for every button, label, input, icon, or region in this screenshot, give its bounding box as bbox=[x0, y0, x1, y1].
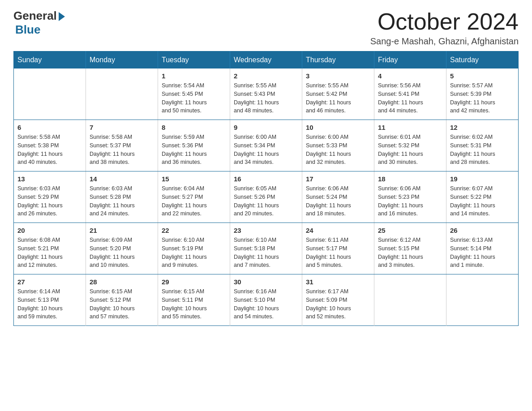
calendar-cell: 18Sunrise: 6:06 AM Sunset: 5:23 PM Dayli… bbox=[374, 171, 446, 223]
day-info: Sunrise: 6:09 AM Sunset: 5:20 PM Dayligh… bbox=[90, 236, 154, 270]
day-number: 24 bbox=[306, 227, 370, 234]
day-number: 23 bbox=[234, 227, 298, 234]
day-number: 30 bbox=[234, 278, 298, 286]
day-info: Sunrise: 5:54 AM Sunset: 5:45 PM Dayligh… bbox=[162, 81, 226, 115]
calendar-week-row: 1Sunrise: 5:54 AM Sunset: 5:45 PM Daylig… bbox=[14, 68, 519, 120]
day-info: Sunrise: 6:16 AM Sunset: 5:10 PM Dayligh… bbox=[234, 287, 298, 321]
calendar-cell bbox=[374, 274, 446, 326]
day-number: 5 bbox=[450, 72, 515, 80]
day-number: 20 bbox=[17, 227, 82, 234]
calendar-cell: 25Sunrise: 6:12 AM Sunset: 5:15 PM Dayli… bbox=[374, 223, 446, 274]
day-number: 15 bbox=[162, 175, 226, 183]
calendar-cell: 1Sunrise: 5:54 AM Sunset: 5:45 PM Daylig… bbox=[158, 68, 230, 120]
day-number: 29 bbox=[162, 278, 226, 286]
calendar-cell bbox=[86, 68, 158, 120]
day-info: Sunrise: 6:11 AM Sunset: 5:17 PM Dayligh… bbox=[306, 236, 370, 270]
calendar-cell: 6Sunrise: 5:58 AM Sunset: 5:38 PM Daylig… bbox=[14, 120, 86, 171]
day-info: Sunrise: 6:03 AM Sunset: 5:29 PM Dayligh… bbox=[17, 184, 82, 218]
day-info: Sunrise: 6:10 AM Sunset: 5:18 PM Dayligh… bbox=[234, 236, 298, 270]
calendar-cell: 30Sunrise: 6:16 AM Sunset: 5:10 PM Dayli… bbox=[230, 274, 302, 326]
calendar-cell: 13Sunrise: 6:03 AM Sunset: 5:29 PM Dayli… bbox=[14, 171, 86, 223]
day-number: 11 bbox=[378, 124, 442, 131]
day-number: 22 bbox=[162, 227, 226, 234]
calendar-week-row: 6Sunrise: 5:58 AM Sunset: 5:38 PM Daylig… bbox=[14, 120, 519, 171]
calendar-cell: 8Sunrise: 5:59 AM Sunset: 5:36 PM Daylig… bbox=[158, 120, 230, 171]
calendar-cell: 24Sunrise: 6:11 AM Sunset: 5:17 PM Dayli… bbox=[302, 223, 374, 274]
calendar-cell: 31Sunrise: 6:17 AM Sunset: 5:09 PM Dayli… bbox=[302, 274, 374, 326]
calendar-cell: 12Sunrise: 6:02 AM Sunset: 5:31 PM Dayli… bbox=[446, 120, 519, 171]
calendar-cell: 26Sunrise: 6:13 AM Sunset: 5:14 PM Dayli… bbox=[446, 223, 519, 274]
day-info: Sunrise: 5:58 AM Sunset: 5:37 PM Dayligh… bbox=[90, 133, 154, 167]
calendar-cell: 23Sunrise: 6:10 AM Sunset: 5:18 PM Dayli… bbox=[230, 223, 302, 274]
calendar-cell: 9Sunrise: 6:00 AM Sunset: 5:34 PM Daylig… bbox=[230, 120, 302, 171]
day-info: Sunrise: 6:04 AM Sunset: 5:27 PM Dayligh… bbox=[162, 184, 226, 218]
day-info: Sunrise: 6:01 AM Sunset: 5:32 PM Dayligh… bbox=[378, 133, 442, 167]
calendar-cell: 5Sunrise: 5:57 AM Sunset: 5:39 PM Daylig… bbox=[446, 68, 519, 120]
day-info: Sunrise: 6:07 AM Sunset: 5:22 PM Dayligh… bbox=[450, 184, 515, 218]
day-number: 10 bbox=[306, 124, 370, 131]
day-number: 25 bbox=[378, 227, 442, 234]
calendar-cell: 3Sunrise: 5:55 AM Sunset: 5:42 PM Daylig… bbox=[302, 68, 374, 120]
calendar-cell: 20Sunrise: 6:08 AM Sunset: 5:21 PM Dayli… bbox=[14, 223, 86, 274]
day-info: Sunrise: 6:12 AM Sunset: 5:15 PM Dayligh… bbox=[378, 236, 442, 270]
day-number: 28 bbox=[90, 278, 154, 286]
calendar-cell: 11Sunrise: 6:01 AM Sunset: 5:32 PM Dayli… bbox=[374, 120, 446, 171]
logo-blue-text: Blue bbox=[15, 23, 40, 37]
day-info: Sunrise: 6:02 AM Sunset: 5:31 PM Dayligh… bbox=[450, 133, 515, 167]
day-number: 12 bbox=[450, 124, 515, 131]
day-number: 27 bbox=[17, 278, 82, 286]
location-text: Sang-e Mashah, Ghazni, Afghanistan bbox=[370, 36, 519, 47]
day-info: Sunrise: 5:56 AM Sunset: 5:41 PM Dayligh… bbox=[378, 81, 442, 115]
month-title: October 2024 bbox=[370, 9, 519, 34]
day-number: 9 bbox=[234, 124, 298, 131]
day-info: Sunrise: 6:15 AM Sunset: 5:11 PM Dayligh… bbox=[162, 287, 226, 321]
day-number: 18 bbox=[378, 175, 442, 183]
calendar-cell: 27Sunrise: 6:14 AM Sunset: 5:13 PM Dayli… bbox=[14, 274, 86, 326]
day-info: Sunrise: 5:57 AM Sunset: 5:39 PM Dayligh… bbox=[450, 81, 515, 115]
day-number: 14 bbox=[90, 175, 154, 183]
page-header: General Blue October 2024 Sang-e Mashah,… bbox=[13, 9, 519, 47]
day-number: 26 bbox=[450, 227, 515, 234]
calendar-header-monday: Monday bbox=[86, 51, 158, 69]
calendar-cell: 28Sunrise: 6:15 AM Sunset: 5:12 PM Dayli… bbox=[86, 274, 158, 326]
logo-arrow-icon bbox=[59, 12, 65, 21]
calendar-header-sunday: Sunday bbox=[14, 51, 86, 69]
day-info: Sunrise: 6:17 AM Sunset: 5:09 PM Dayligh… bbox=[306, 287, 370, 321]
day-number: 16 bbox=[234, 175, 298, 183]
day-info: Sunrise: 6:15 AM Sunset: 5:12 PM Dayligh… bbox=[90, 287, 154, 321]
calendar-cell bbox=[14, 68, 86, 120]
calendar-header-row: SundayMondayTuesdayWednesdayThursdayFrid… bbox=[14, 51, 519, 69]
day-info: Sunrise: 6:00 AM Sunset: 5:34 PM Dayligh… bbox=[234, 133, 298, 167]
calendar-header-saturday: Saturday bbox=[446, 51, 519, 69]
day-info: Sunrise: 5:58 AM Sunset: 5:38 PM Dayligh… bbox=[17, 133, 82, 167]
day-info: Sunrise: 5:55 AM Sunset: 5:43 PM Dayligh… bbox=[234, 81, 298, 115]
day-info: Sunrise: 6:03 AM Sunset: 5:28 PM Dayligh… bbox=[90, 184, 154, 218]
day-number: 17 bbox=[306, 175, 370, 183]
day-info: Sunrise: 6:06 AM Sunset: 5:23 PM Dayligh… bbox=[378, 184, 442, 218]
calendar-header-tuesday: Tuesday bbox=[158, 51, 230, 69]
day-number: 13 bbox=[17, 175, 82, 183]
calendar-header-wednesday: Wednesday bbox=[230, 51, 302, 69]
day-number: 1 bbox=[162, 72, 226, 80]
calendar-cell: 7Sunrise: 5:58 AM Sunset: 5:37 PM Daylig… bbox=[86, 120, 158, 171]
calendar-header-thursday: Thursday bbox=[302, 51, 374, 69]
calendar-week-row: 13Sunrise: 6:03 AM Sunset: 5:29 PM Dayli… bbox=[14, 171, 519, 223]
day-number: 7 bbox=[90, 124, 154, 131]
logo-general-text: General bbox=[13, 9, 57, 23]
day-number: 21 bbox=[90, 227, 154, 234]
day-number: 4 bbox=[378, 72, 442, 80]
calendar-cell: 17Sunrise: 6:06 AM Sunset: 5:24 PM Dayli… bbox=[302, 171, 374, 223]
day-number: 6 bbox=[17, 124, 82, 131]
calendar-cell: 2Sunrise: 5:55 AM Sunset: 5:43 PM Daylig… bbox=[230, 68, 302, 120]
day-number: 31 bbox=[306, 278, 370, 286]
calendar-cell: 22Sunrise: 6:10 AM Sunset: 5:19 PM Dayli… bbox=[158, 223, 230, 274]
calendar-cell: 29Sunrise: 6:15 AM Sunset: 5:11 PM Dayli… bbox=[158, 274, 230, 326]
day-info: Sunrise: 6:05 AM Sunset: 5:26 PM Dayligh… bbox=[234, 184, 298, 218]
day-info: Sunrise: 6:10 AM Sunset: 5:19 PM Dayligh… bbox=[162, 236, 226, 270]
day-info: Sunrise: 6:06 AM Sunset: 5:24 PM Dayligh… bbox=[306, 184, 370, 218]
calendar-cell: 16Sunrise: 6:05 AM Sunset: 5:26 PM Dayli… bbox=[230, 171, 302, 223]
day-number: 2 bbox=[234, 72, 298, 80]
logo: General Blue bbox=[13, 9, 65, 37]
calendar-header-friday: Friday bbox=[374, 51, 446, 69]
calendar-cell: 15Sunrise: 6:04 AM Sunset: 5:27 PM Dayli… bbox=[158, 171, 230, 223]
